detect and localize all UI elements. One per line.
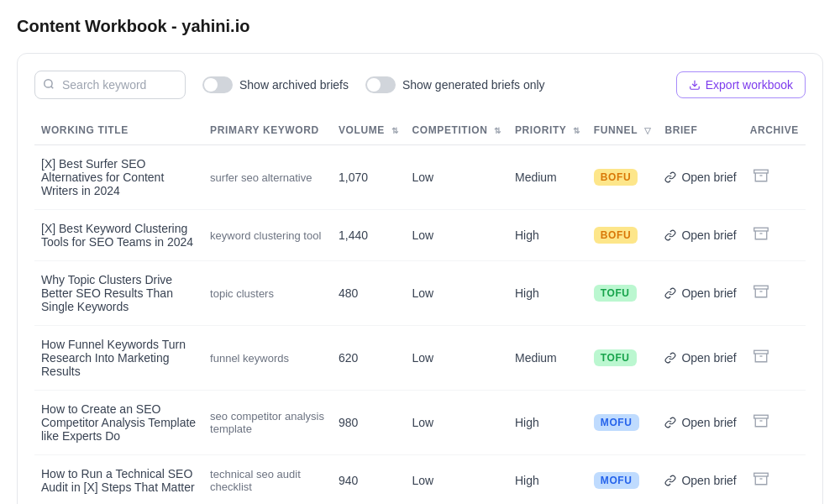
col-header-archive: ARCHIVE	[743, 116, 806, 145]
funnel-sort-icon[interactable]: ▽	[644, 126, 652, 135]
svg-rect-3	[754, 170, 769, 173]
archive-icon	[753, 226, 769, 241]
svg-rect-13	[754, 473, 769, 476]
priority-cell: High	[508, 391, 587, 455]
primary-keyword-cell: surfer seo alternative	[203, 145, 332, 210]
open-brief-button[interactable]: Open brief	[664, 228, 736, 242]
table-row: [X] Best Keyword Clustering Tools for SE…	[34, 210, 806, 261]
competition-cell: Low	[406, 261, 508, 326]
priority-cell: High	[508, 261, 587, 326]
table-row: [X] Best Surfer SEO Alternatives for Con…	[34, 145, 806, 210]
archive-cell	[743, 391, 806, 455]
svg-rect-5	[754, 228, 769, 231]
volume-cell: 1,070	[332, 145, 405, 210]
archive-cell	[743, 455, 806, 505]
priority-cell: High	[508, 455, 587, 505]
competition-sort-icon[interactable]: ⇅	[494, 126, 501, 135]
priority-cell: Medium	[508, 145, 587, 210]
table-row: How to Run a Technical SEO Audit in [X] …	[34, 455, 806, 505]
open-brief-button[interactable]: Open brief	[664, 286, 736, 300]
funnel-badge: BOFU	[594, 169, 638, 186]
volume-cell: 980	[332, 391, 405, 455]
funnel-cell: TOFU	[587, 326, 659, 391]
priority-cell: High	[508, 210, 587, 261]
page-title: Content Workbook - yahini.io	[17, 17, 823, 36]
col-header-primary-keyword: PRIMARY KEYWORD	[203, 116, 332, 145]
link-icon	[664, 352, 676, 364]
open-brief-button[interactable]: Open brief	[664, 474, 736, 487]
export-icon	[689, 79, 701, 91]
primary-keyword-cell: technical seo audit checklist	[203, 455, 332, 505]
archive-button[interactable]	[750, 410, 772, 436]
volume-cell: 1,440	[332, 210, 405, 261]
link-icon	[664, 417, 676, 428]
archived-toggle-label: Show archived briefs	[239, 78, 349, 92]
funnel-cell: MOFU	[587, 455, 659, 505]
archive-button[interactable]	[750, 345, 772, 371]
col-header-volume: VOLUME ⇅	[332, 116, 405, 145]
competition-cell: Low	[406, 145, 508, 210]
competition-cell: Low	[406, 455, 508, 505]
generated-toggle-label: Show generated briefs only	[402, 78, 545, 92]
link-icon	[664, 287, 676, 299]
search-wrapper	[34, 71, 186, 99]
archive-icon	[753, 349, 769, 364]
brief-cell: Open brief	[658, 326, 743, 391]
volume-sort-icon[interactable]: ⇅	[391, 126, 399, 135]
archive-button[interactable]	[750, 468, 772, 494]
export-workbook-button[interactable]: Export workbook	[676, 71, 806, 98]
brief-cell: Open brief	[658, 391, 743, 455]
archive-button[interactable]	[750, 165, 772, 191]
funnel-badge: TOFU	[594, 349, 637, 366]
funnel-cell: BOFU	[587, 210, 659, 261]
link-icon	[664, 171, 676, 183]
svg-line-1	[51, 86, 54, 88]
volume-cell: 480	[332, 261, 405, 326]
volume-cell: 940	[332, 455, 405, 505]
working-title-cell: How to Create an SEO Competitor Analysis…	[34, 391, 203, 455]
archive-button[interactable]	[750, 281, 772, 307]
funnel-cell: TOFU	[587, 261, 659, 326]
main-card: Show archived briefs Show generated brie…	[17, 53, 823, 504]
generated-toggle[interactable]	[365, 76, 396, 93]
archive-cell	[743, 145, 806, 210]
competition-cell: Low	[406, 210, 508, 261]
search-icon	[43, 78, 55, 92]
archive-icon	[753, 471, 769, 486]
working-title-cell: [X] Best Keyword Clustering Tools for SE…	[34, 210, 203, 261]
brief-cell: Open brief	[658, 210, 743, 261]
primary-keyword-cell: topic clusters	[203, 261, 332, 326]
open-brief-button[interactable]: Open brief	[664, 351, 736, 365]
col-header-working-title: WORKING TITLE	[34, 116, 203, 145]
col-header-brief: BRIEF	[658, 116, 743, 145]
archive-cell	[743, 326, 806, 391]
col-header-funnel: FUNNEL ▽	[587, 116, 659, 145]
brief-cell: Open brief	[658, 145, 743, 210]
archive-icon	[753, 413, 769, 428]
volume-cell: 620	[332, 326, 405, 391]
svg-rect-11	[754, 415, 769, 418]
generated-toggle-group: Show generated briefs only	[365, 76, 545, 93]
search-input[interactable]	[34, 71, 186, 99]
brief-cell: Open brief	[658, 261, 743, 326]
svg-rect-7	[754, 286, 769, 289]
funnel-badge: MOFU	[594, 472, 639, 489]
open-brief-button[interactable]: Open brief	[664, 171, 736, 184]
open-brief-button[interactable]: Open brief	[664, 416, 736, 429]
svg-rect-9	[754, 350, 769, 354]
priority-sort-icon[interactable]: ⇅	[573, 126, 580, 135]
brief-cell: Open brief	[658, 455, 743, 505]
funnel-badge: MOFU	[594, 414, 639, 431]
table-row: Why Topic Clusters Drive Better SEO Resu…	[34, 261, 806, 326]
archive-icon	[753, 168, 769, 183]
archive-button[interactable]	[750, 223, 772, 249]
working-title-cell: [X] Best Surfer SEO Alternatives for Con…	[34, 145, 203, 210]
funnel-cell: MOFU	[587, 391, 659, 455]
competition-cell: Low	[406, 326, 508, 391]
col-header-priority: PRIORITY ⇅	[508, 116, 587, 145]
table-row: How Funnel Keywords Turn Research Into M…	[34, 326, 806, 391]
funnel-badge: TOFU	[594, 285, 637, 302]
archived-toggle[interactable]	[202, 76, 233, 93]
funnel-badge: BOFU	[594, 227, 638, 244]
working-title-cell: Why Topic Clusters Drive Better SEO Resu…	[34, 261, 203, 326]
